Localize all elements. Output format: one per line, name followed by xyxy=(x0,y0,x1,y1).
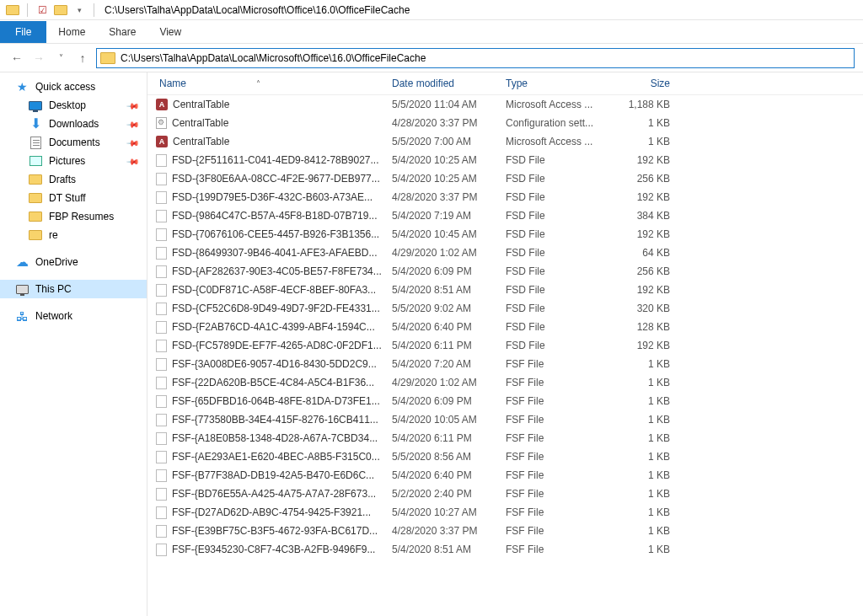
tab-home[interactable]: Home xyxy=(46,21,97,43)
file-row[interactable]: FSD-{86499307-9B46-4041-AFE3-AFAEBD...4/… xyxy=(147,244,863,262)
pin-icon: 📌 xyxy=(126,117,140,131)
folder-icon xyxy=(6,3,19,17)
file-icon xyxy=(156,395,167,408)
tab-view[interactable]: View xyxy=(147,21,193,43)
file-row[interactable]: FSF-{22DA620B-B5CE-4C84-A5C4-B1F36...4/2… xyxy=(147,373,863,392)
file-icon xyxy=(156,358,167,371)
sidebar-item-dtstuff[interactable]: DT Stuff xyxy=(0,189,147,207)
sidebar-item-onedrive[interactable]: ☁ OneDrive xyxy=(0,253,147,271)
sidebar-item-quick-access[interactable]: ★ Quick access xyxy=(0,78,147,96)
file-row[interactable]: FSF-{E9345230-C8F7-4C3B-A2FB-9496F9...5/… xyxy=(147,540,863,559)
sidebar-item-desktop[interactable]: Desktop 📌 xyxy=(0,96,147,115)
file-type: FSF File xyxy=(506,544,611,555)
file-name-cell: FSD-{2F511611-C041-4ED9-8412-78B9027... xyxy=(156,154,392,167)
download-icon: ⬇ xyxy=(29,117,42,131)
file-row[interactable]: FSF-{E39BF75C-B3F5-4672-93FA-BC617D...4/… xyxy=(147,522,863,540)
sidebar-item-label: Documents xyxy=(49,137,100,148)
file-name: FSF-{773580BB-34E4-415F-8276-16CB411... xyxy=(172,414,378,426)
qat-dropdown-icon[interactable]: ▾ xyxy=(72,3,86,17)
file-row[interactable]: ACentralTable5/5/2020 7:00 AMMicrosoft A… xyxy=(147,132,863,151)
file-row[interactable]: FSD-{70676106-CEE5-4457-B926-F3B1356...5… xyxy=(147,225,863,244)
file-row[interactable]: FSF-{773580BB-34E4-415F-8276-16CB411...5… xyxy=(147,410,863,429)
file-name-cell: FSD-{86499307-9B46-4041-AFE3-AFAEBD... xyxy=(156,247,392,260)
file-row[interactable]: FSD-{C0DF871C-A58F-4ECF-8BEF-80FA3...5/4… xyxy=(147,281,863,299)
file-name: CentralTable xyxy=(173,99,229,110)
file-row[interactable]: FSF-{AE293AE1-E620-4BEC-A8B5-F315C0...5/… xyxy=(147,447,863,466)
sidebar-item-network[interactable]: 🖧 Network xyxy=(0,307,147,325)
sidebar-item-documents[interactable]: Documents 📌 xyxy=(0,133,147,152)
file-row[interactable]: FSD-{199D79E5-D36F-432C-B603-A73AE...4/2… xyxy=(147,188,863,206)
file-row[interactable]: FSD-{AF282637-90E3-4C05-BE57-F8FE734...5… xyxy=(147,262,863,281)
file-row[interactable]: FSF-{D27AD62D-AB9C-4754-9425-F3921...5/4… xyxy=(147,503,863,522)
address-bar[interactable] xyxy=(96,48,855,68)
file-row[interactable]: FSD-{CF52C6D8-9D49-49D7-9F2D-FE4331...5/… xyxy=(147,299,863,318)
recent-dropdown-icon[interactable]: ˅ xyxy=(52,50,69,67)
file-icon xyxy=(156,247,167,260)
file-name: FSF-{3A008DE6-9057-4D16-8430-5DD2C9... xyxy=(172,358,377,370)
file-row[interactable]: FSF-{A18E0B58-1348-4D28-A67A-7CBD34...5/… xyxy=(147,429,863,447)
file-name: FSF-{B77F38AD-DB19-42A5-B470-E6D6C... xyxy=(172,469,374,481)
tab-file[interactable]: File xyxy=(0,21,46,43)
file-date: 5/4/2020 7:20 AM xyxy=(392,358,506,370)
access-icon: A xyxy=(156,99,168,110)
file-row[interactable]: FSF-{BD76E55A-A425-4A75-A7A7-28F673...5/… xyxy=(147,485,863,503)
navigation-pane: ★ Quick access Desktop 📌 ⬇ Downloads 📌 D… xyxy=(0,72,147,616)
file-name: FSD-{2F511611-C041-4ED9-8412-78B9027... xyxy=(172,154,378,166)
file-name: FSD-{86499307-9B46-4041-AFE3-AFAEBD... xyxy=(172,247,377,259)
file-icon xyxy=(156,265,167,278)
pin-icon: 📌 xyxy=(126,136,140,149)
file-row[interactable]: FSF-{65DFBD16-064B-48FE-81DA-D73FE1...5/… xyxy=(147,392,863,410)
file-row[interactable]: FSD-{9864C47C-B57A-45F8-B18D-07B719...5/… xyxy=(147,206,863,225)
file-size: 1 KB xyxy=(611,506,678,518)
file-type: FSD File xyxy=(506,303,611,314)
file-icon xyxy=(156,303,167,315)
sidebar-item-drafts[interactable]: Drafts xyxy=(0,170,147,189)
file-row[interactable]: FSF-{B77F38AD-DB19-42A5-B470-E6D6C...5/4… xyxy=(147,466,863,485)
file-row[interactable]: FSD-{2F511611-C041-4ED9-8412-78B9027...5… xyxy=(147,151,863,169)
address-input[interactable] xyxy=(121,52,850,64)
forward-button[interactable]: → xyxy=(30,50,47,67)
file-row[interactable]: FSD-{FC5789DE-EF7F-4265-AD8C-0F2DF1...5/… xyxy=(147,336,863,355)
file-row[interactable]: ACentralTable5/5/2020 11:04 AMMicrosoft … xyxy=(147,95,863,114)
document-icon xyxy=(29,136,42,149)
open-icon[interactable] xyxy=(54,3,67,17)
file-date: 5/4/2020 10:25 AM xyxy=(392,173,506,185)
file-name: FSD-{CF52C6D8-9D49-49D7-9F2D-FE4331... xyxy=(172,303,380,314)
file-size: 256 KB xyxy=(611,173,678,185)
file-date: 5/4/2020 10:45 AM xyxy=(392,228,506,240)
column-name[interactable]: Name ˄ xyxy=(156,78,392,89)
back-button[interactable]: ← xyxy=(8,50,25,67)
sidebar-item-label: Drafts xyxy=(49,174,76,185)
file-icon xyxy=(156,488,167,501)
file-row[interactable]: FSD-{F2AB76CD-4A1C-4399-ABF4-1594C...5/4… xyxy=(147,318,863,336)
sidebar-item-fbp[interactable]: FBP Resumes xyxy=(0,207,147,226)
file-icon xyxy=(156,432,167,445)
properties-icon[interactable]: ☑ xyxy=(35,3,49,17)
sidebar-item-downloads[interactable]: ⬇ Downloads 📌 xyxy=(0,115,147,133)
file-row[interactable]: FSF-{3A008DE6-9057-4D16-8430-5DD2C9...5/… xyxy=(147,355,863,373)
sidebar-item-re[interactable]: re xyxy=(0,226,147,244)
column-type[interactable]: Type xyxy=(506,78,611,89)
file-type: FSD File xyxy=(506,265,611,277)
file-list-area: Name ˄ Date modified Type Size ACentralT… xyxy=(147,72,863,616)
sidebar-item-pictures[interactable]: Pictures 📌 xyxy=(0,152,147,170)
file-type: FSF File xyxy=(506,358,611,370)
folder-icon xyxy=(29,228,42,242)
column-date[interactable]: Date modified xyxy=(392,78,506,89)
file-size: 1 KB xyxy=(611,544,678,555)
file-row[interactable]: CentralTable4/28/2020 3:37 PMConfigurati… xyxy=(147,114,863,132)
file-name: FSF-{22DA620B-B5CE-4C84-A5C4-B1F36... xyxy=(172,377,374,388)
file-type: Microsoft Access ... xyxy=(506,99,611,110)
file-icon xyxy=(156,414,167,426)
up-button[interactable]: ↑ xyxy=(74,50,91,67)
file-name-cell: FSD-{9864C47C-B57A-45F8-B18D-07B719... xyxy=(156,210,392,222)
file-row[interactable]: FSD-{3F80E6AA-08CC-4F2E-9677-DEB977...5/… xyxy=(147,169,863,188)
file-size: 1 KB xyxy=(611,488,678,500)
sidebar-item-thispc[interactable]: This PC xyxy=(0,280,147,298)
column-size[interactable]: Size xyxy=(611,78,678,89)
file-name-cell: CentralTable xyxy=(156,117,392,129)
tab-share[interactable]: Share xyxy=(97,21,147,43)
file-icon xyxy=(156,377,167,389)
file-size: 1,188 KB xyxy=(611,99,678,110)
file-name: FSD-{C0DF871C-A58F-4ECF-8BEF-80FA3... xyxy=(172,284,376,296)
